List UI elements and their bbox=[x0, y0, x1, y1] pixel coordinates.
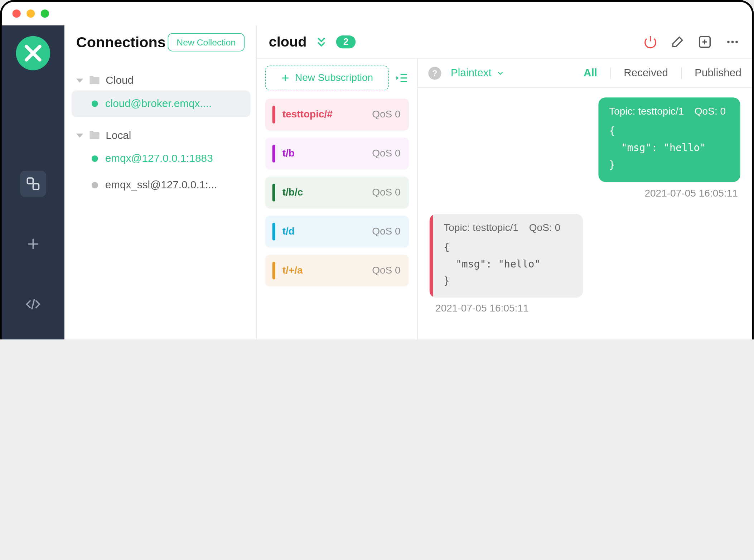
nav-connections-icon[interactable] bbox=[20, 171, 46, 197]
subscription-qos: QoS 0 bbox=[372, 109, 401, 121]
app-window: Connections New Collection Cloud cloud@b… bbox=[0, 0, 754, 339]
new-collection-button[interactable]: New Collection bbox=[168, 33, 245, 51]
group-label: Local bbox=[106, 129, 131, 142]
subscription-topic: t/+/a bbox=[282, 265, 365, 276]
published-message: Topic: testtopic/1 QoS: 0 { "msg": "hell… bbox=[598, 97, 740, 182]
disconnect-icon[interactable] bbox=[643, 35, 658, 49]
subscriptions-column: New Subscription testtopic/#QoS 0 t/bQoS… bbox=[257, 58, 418, 339]
subscription-item[interactable]: t/dQoS 0 bbox=[265, 216, 409, 247]
nav-rail bbox=[2, 25, 64, 339]
chevron-down-icon bbox=[76, 133, 83, 137]
chevron-down-icon bbox=[76, 78, 83, 83]
svg-rect-1 bbox=[33, 184, 39, 189]
payload-format-select[interactable]: Plaintext bbox=[451, 67, 504, 79]
svg-point-7 bbox=[727, 40, 730, 43]
edit-icon[interactable] bbox=[671, 35, 685, 49]
help-icon[interactable]: ? bbox=[428, 67, 441, 79]
app-logo-icon bbox=[16, 36, 50, 71]
subscription-qos: QoS 0 bbox=[372, 148, 401, 160]
tab-all[interactable]: All bbox=[584, 67, 597, 79]
status-dot-icon bbox=[92, 101, 98, 107]
window-titlebar bbox=[2, 2, 752, 25]
tab-received[interactable]: Received bbox=[624, 67, 668, 79]
message-topic: Topic: testtopic/1 bbox=[444, 222, 518, 234]
message-qos: QoS: 0 bbox=[529, 222, 560, 234]
connection-label: cloud@broker.emqx.... bbox=[105, 97, 212, 110]
received-message: Topic: testtopic/1 QoS: 0 { "msg": "hell… bbox=[430, 214, 583, 298]
payload-format-label: Plaintext bbox=[451, 67, 492, 79]
subscription-item[interactable]: t/b/cQoS 0 bbox=[265, 177, 409, 208]
messages-column: ? Plaintext All Received Published bbox=[418, 58, 752, 339]
group-local[interactable]: Local bbox=[72, 125, 251, 145]
close-window-icon[interactable] bbox=[13, 9, 21, 18]
status-dot-icon bbox=[92, 182, 98, 188]
subscription-qos: QoS 0 bbox=[372, 187, 401, 198]
new-subscription-label: New Subscription bbox=[295, 72, 373, 84]
connection-topbar: cloud 2 bbox=[257, 25, 752, 58]
svg-point-8 bbox=[731, 40, 734, 43]
folder-icon bbox=[88, 129, 101, 142]
more-icon[interactable] bbox=[725, 35, 740, 49]
unread-badge: 2 bbox=[336, 35, 356, 48]
connection-name: cloud bbox=[269, 33, 307, 50]
message-time: 2021-07-05 16:05:11 bbox=[435, 303, 740, 314]
message-payload: { "msg": "hello" } bbox=[609, 122, 730, 174]
svg-rect-0 bbox=[27, 178, 33, 184]
new-window-icon[interactable] bbox=[698, 35, 712, 49]
tab-published[interactable]: Published bbox=[695, 67, 741, 79]
connection-item[interactable]: emqx_ssl@127.0.0.1:... bbox=[72, 172, 251, 198]
nav-add-icon[interactable] bbox=[20, 231, 46, 257]
subscription-qos: QoS 0 bbox=[372, 226, 401, 237]
subscription-qos: QoS 0 bbox=[372, 265, 401, 276]
minimize-window-icon[interactable] bbox=[26, 9, 35, 18]
svg-point-9 bbox=[735, 40, 738, 43]
subscription-topic: testtopic/# bbox=[282, 109, 365, 121]
message-topic: Topic: testtopic/1 bbox=[609, 106, 684, 117]
connection-item[interactable]: cloud@broker.emqx.... bbox=[72, 90, 251, 117]
connections-sidebar: Connections New Collection Cloud cloud@b… bbox=[64, 25, 257, 339]
subscription-topic: t/d bbox=[282, 226, 365, 237]
collapse-subscriptions-icon[interactable] bbox=[395, 71, 409, 85]
zoom-window-icon[interactable] bbox=[41, 9, 49, 18]
message-time: 2021-07-05 16:05:11 bbox=[430, 188, 738, 199]
connection-label: emqx@127.0.0.1:1883 bbox=[105, 153, 213, 165]
connection-item[interactable]: emqx@127.0.0.1:1883 bbox=[72, 145, 251, 172]
messages-stream[interactable]: Topic: testtopic/1 QoS: 0 { "msg": "hell… bbox=[418, 88, 752, 339]
subscription-item[interactable]: testtopic/#QoS 0 bbox=[265, 99, 409, 131]
subscription-topic: t/b/c bbox=[282, 187, 365, 198]
subscription-item[interactable]: t/bQoS 0 bbox=[265, 137, 409, 169]
folder-icon bbox=[88, 74, 101, 87]
group-label: Cloud bbox=[106, 74, 134, 87]
expand-connection-icon[interactable] bbox=[315, 35, 328, 48]
message-qos: QoS: 0 bbox=[695, 106, 726, 117]
connection-label: emqx_ssl@127.0.0.1:... bbox=[105, 179, 217, 192]
content-pane: cloud 2 New Su bbox=[257, 25, 752, 339]
message-payload: { "msg": "hello" } bbox=[444, 238, 560, 290]
subscription-topic: t/b bbox=[282, 148, 365, 160]
message-color-bar bbox=[430, 214, 433, 298]
subscription-item[interactable]: t/+/aQoS 0 bbox=[265, 255, 409, 286]
new-subscription-button[interactable]: New Subscription bbox=[265, 66, 389, 90]
status-dot-icon bbox=[92, 155, 98, 162]
sidebar-title: Connections bbox=[76, 33, 168, 50]
nav-scripts-icon[interactable] bbox=[20, 291, 46, 317]
group-cloud[interactable]: Cloud bbox=[72, 70, 251, 90]
